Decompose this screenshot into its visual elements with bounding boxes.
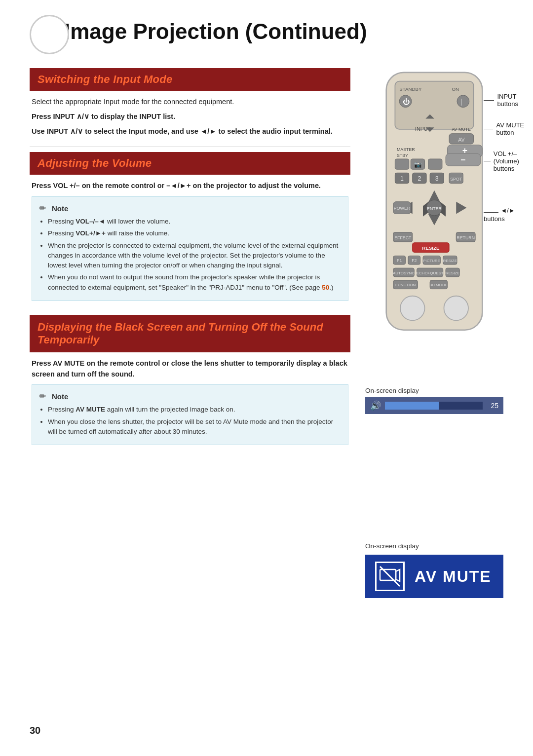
switching-input-content: Select the appropriate Input mode for th… [30, 97, 350, 137]
svg-point-66 [444, 296, 468, 321]
adjusting-volume-para1: Press VOL +/– on the remote control or –… [32, 181, 348, 191]
right-column: STANDBY ON ⏻ | INPUT AV MUTE AV [365, 68, 503, 598]
page-container: Image Projection (Continued) Switching t… [0, 0, 533, 756]
page-number: 30 [30, 725, 40, 736]
svg-text:RESIZE: RESIZE [446, 271, 460, 275]
svg-text:EFFECT: EFFECT [394, 235, 412, 240]
svg-marker-68 [396, 569, 400, 581]
avmute-display: AV MUTE [365, 555, 503, 598]
svg-text:STANDBY: STANDBY [399, 86, 422, 92]
svg-text:PICTURE: PICTURE [423, 259, 440, 263]
avmute-icon-svg [378, 565, 402, 588]
title-circle-decoration [30, 15, 69, 54]
adjusting-volume-note: ✏ Note Pressing VOL–/–◄ will lower the v… [32, 196, 348, 301]
black-screen-note-item-1: Pressing AV MUTE again will turn the pro… [48, 405, 341, 415]
black-screen-content: Press AV MUTE on the remote control or c… [30, 358, 350, 445]
svg-text:–: – [460, 154, 465, 164]
note-item-3: When the projector is connected to exter… [48, 241, 341, 271]
title-area: Image Projection (Continued) [30, 20, 503, 54]
onscreen-display-volume: On-screen display 🔊 25 [365, 387, 503, 414]
volume-number: 25 [487, 402, 498, 410]
svg-text:2: 2 [418, 175, 421, 182]
volume-bar-track [385, 402, 483, 410]
note-label: Note [52, 204, 68, 213]
svg-text:📷: 📷 [414, 161, 422, 169]
svg-text:SPOT: SPOT [450, 177, 462, 182]
svg-text:|: | [460, 98, 462, 106]
avmute-section: On-screen display AV MUTE [365, 542, 503, 598]
adjusting-volume-note-list: Pressing VOL–/–◄ will lower the volume. … [39, 217, 341, 293]
callout-nav-buttons: ◄/► buttons [484, 206, 527, 223]
black-screen-para1: Press AV MUTE on the remote control or c… [32, 358, 348, 380]
svg-text:3: 3 [435, 175, 439, 182]
svg-text:ECHO+QUEST: ECHO+QUEST [417, 271, 444, 275]
svg-point-65 [400, 296, 425, 321]
svg-text:3D MODE: 3D MODE [430, 283, 448, 287]
svg-text:STBY: STBY [397, 153, 408, 158]
black-screen-note-label: Note [52, 392, 68, 401]
switching-input-para2: Press INPUT ∧/∨ to display the INPUT lis… [32, 112, 348, 122]
svg-text:ON: ON [452, 86, 459, 92]
note-item-2: Pressing VOL+/►+ will raise the volume. [48, 228, 341, 238]
onscreen-label-avmute: On-screen display [365, 542, 503, 550]
black-screen-heading: Displaying the Black Screen and Turning … [38, 321, 343, 346]
adjusting-volume-bar: Adjusting the Volume [30, 152, 350, 175]
adjusting-volume-content: Press VOL +/– on the remote control or –… [30, 181, 350, 301]
callout-vol-buttons: VOL +/– (Volume) buttons [484, 150, 527, 172]
svg-text:1: 1 [400, 175, 404, 182]
main-layout: Switching the Input Mode Select the appr… [30, 68, 503, 598]
svg-text:POWER: POWER [394, 206, 410, 211]
note-icon: ✏ [39, 203, 50, 214]
black-screen-note-list: Pressing AV MUTE again will turn the pro… [39, 405, 341, 437]
note-item-1: Pressing VOL–/–◄ will lower the volume. [48, 217, 341, 227]
svg-text:RESIZE: RESIZE [443, 259, 457, 263]
svg-text:F2: F2 [412, 258, 417, 263]
black-screen-section: Displaying the Black Screen and Turning … [30, 315, 350, 445]
switching-input-para3: Use INPUT ∧/∨ to select the Input mode, … [32, 126, 348, 137]
volume-bar: 🔊 25 [365, 397, 503, 414]
svg-text:ENTER: ENTER [427, 206, 442, 211]
callout-labels: INPUT buttons AV MUTE button VOL +/– (Vo… [484, 93, 527, 223]
onscreen-label-volume: On-screen display [365, 387, 503, 394]
black-screen-note-header: ✏ Note [39, 391, 341, 402]
switching-input-para1: Select the appropriate Input mode for th… [32, 97, 348, 108]
black-screen-note: ✏ Note Pressing AV MUTE again will turn … [32, 384, 348, 445]
svg-rect-16 [395, 159, 409, 169]
left-column: Switching the Input Mode Select the appr… [30, 68, 350, 598]
note-item-4: When you do not want to output the sound… [48, 272, 341, 293]
svg-text:FUNCTION: FUNCTION [395, 283, 416, 287]
avmute-icon-box [375, 562, 405, 591]
svg-text:F1: F1 [397, 258, 402, 263]
callout-av-mute: AV MUTE button [484, 121, 527, 136]
svg-point-5 [457, 95, 469, 108]
svg-text:AV: AV [458, 137, 465, 143]
callout-input-buttons: INPUT buttons [484, 93, 527, 108]
svg-text:RESIZE: RESIZE [422, 245, 440, 251]
black-screen-bar: Displaying the Black Screen and Turning … [30, 315, 350, 352]
svg-text:⏻: ⏻ [403, 98, 410, 106]
avmute-text: AV MUTE [415, 567, 492, 586]
black-screen-note-item-2: When you close the lens shutter, the pro… [48, 417, 341, 437]
svg-text:MASTER: MASTER [397, 147, 415, 152]
remote-svg: STANDBY ON ⏻ | INPUT AV MUTE AV [378, 68, 491, 347]
svg-rect-21 [428, 159, 442, 169]
switching-input-bar: Switching the Input Mode [30, 68, 350, 91]
adjusting-volume-heading: Adjusting the Volume [38, 157, 343, 170]
svg-text:RETURN: RETURN [457, 235, 475, 240]
svg-text:AV MUTE: AV MUTE [452, 127, 471, 132]
note-header: ✏ Note [39, 203, 341, 214]
divider-1 [30, 147, 350, 147]
black-screen-note-icon: ✏ [39, 391, 50, 402]
volume-bar-fill [385, 402, 439, 410]
remote-area: STANDBY ON ⏻ | INPUT AV MUTE AV [365, 68, 503, 347]
switching-input-heading: Switching the Input Mode [38, 73, 343, 86]
volume-icon: 🔊 [370, 400, 381, 411]
page-title: Image Projection (Continued) [59, 20, 367, 43]
svg-text:AUTOSYNC: AUTOSYNC [393, 271, 415, 275]
